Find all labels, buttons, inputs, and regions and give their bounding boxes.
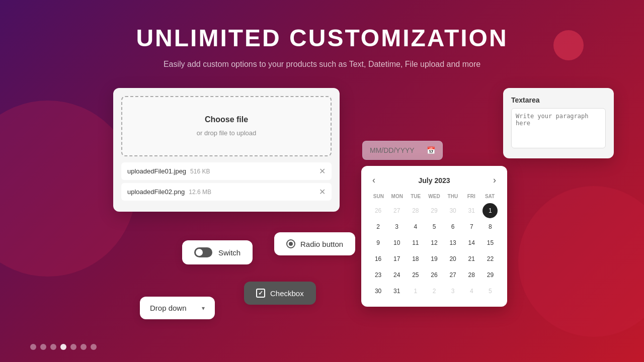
calendar-day-cell[interactable]: 12 [427, 235, 442, 250]
file-size-2: 12.6 MB [189, 189, 211, 196]
calendar-day-cell[interactable]: 28 [464, 267, 479, 283]
switch-thumb [196, 249, 203, 256]
calendar-day-cell[interactable]: 29 [427, 203, 442, 218]
drop-label: or drop file to upload [197, 129, 257, 137]
calendar-day-cell[interactable]: 5 [482, 284, 498, 299]
calendar-day-cell[interactable]: 13 [445, 235, 460, 250]
date-placeholder: MM/DD/YYYY [370, 146, 415, 154]
calendar-header: ‹ July 2023 › [369, 174, 499, 187]
calendar-day-cell[interactable]: 30 [371, 284, 386, 299]
pagination [30, 344, 97, 350]
page-subtitle: Easily add custom options to your produc… [0, 60, 644, 69]
pagination-dot[interactable] [60, 344, 66, 350]
calendar-day-cell[interactable]: 8 [482, 219, 498, 234]
calendar-day-cell[interactable]: 2 [427, 284, 442, 299]
file-drop-zone[interactable]: Choose file or drop file to upload [121, 96, 332, 156]
textarea-label: Textarea [511, 96, 606, 104]
calendar-day-cell[interactable]: 20 [445, 251, 460, 266]
date-input-widget: MM/DD/YYYY 📅 [362, 141, 443, 160]
chevron-down-icon: ▾ [202, 305, 205, 312]
date-input[interactable]: MM/DD/YYYY 📅 [362, 141, 443, 160]
calendar-day-cell[interactable]: 4 [464, 284, 479, 299]
calendar-day-cell[interactable]: 2 [371, 219, 386, 234]
file-remove-1[interactable]: ✕ [319, 166, 326, 176]
calendar-day-cell[interactable]: 31 [464, 203, 479, 218]
pagination-dot[interactable] [40, 344, 46, 350]
radio-button[interactable] [286, 239, 295, 248]
switch-label: Switch [218, 248, 240, 257]
dropdown-label: Drop down [150, 304, 187, 312]
calendar-day-cell[interactable]: 24 [389, 267, 405, 283]
calendar-day-cell[interactable]: 19 [427, 251, 442, 266]
calendar-day-cell[interactable]: 7 [464, 219, 479, 234]
calendar-day-cell[interactable]: 17 [389, 251, 405, 266]
textarea-widget: Textarea [503, 88, 614, 158]
calendar-day-cell[interactable]: 31 [389, 284, 405, 299]
calendar-day-cell[interactable]: 14 [464, 235, 479, 250]
calendar-day-cell[interactable]: 23 [371, 267, 386, 283]
file-upload-widget: Choose file or drop file to upload uploa… [113, 88, 340, 212]
choose-file-button[interactable]: Choose file [205, 115, 248, 124]
calendar-day-cell[interactable]: 22 [482, 251, 498, 266]
calendar-year: 2023 [434, 176, 450, 185]
calendar-day-cell[interactable]: 4 [408, 219, 423, 234]
file-size-1: 516 KB [190, 168, 210, 175]
radio-inner [289, 242, 293, 246]
calendar-day-cell[interactable]: 6 [445, 219, 460, 234]
switch-widget[interactable]: Switch [182, 240, 253, 264]
calendar-day-cell[interactable]: 15 [482, 235, 498, 250]
calendar-day-cell[interactable]: 25 [408, 267, 423, 283]
calendar-month: July [418, 176, 432, 185]
calendar-day-cell[interactable]: 5 [427, 219, 442, 234]
calendar-day-cell[interactable]: 26 [427, 267, 442, 283]
calendar-day-cell[interactable]: 9 [371, 235, 386, 250]
calendar-widget: ‹ July 2023 › SUN MON TUE WED THU FRI SA… [361, 166, 507, 307]
calendar-day-cell[interactable]: 18 [408, 251, 423, 266]
checkbox-widget[interactable]: ✓ Checkbox [244, 282, 316, 305]
file-item-1: uploadedFile01.jpeg 516 KB ✕ [121, 162, 332, 180]
calendar-day-names: SUN MON TUE WED THU FRI SAT [369, 193, 499, 200]
pagination-dot[interactable] [91, 344, 97, 350]
pagination-dot[interactable] [80, 344, 87, 350]
switch-toggle[interactable] [194, 247, 212, 257]
radio-widget[interactable]: Radio button [274, 232, 355, 255]
calendar-day-cell[interactable]: 29 [482, 267, 498, 283]
calendar-day-cell[interactable]: 3 [389, 219, 405, 234]
pagination-dot[interactable] [70, 344, 76, 350]
checkbox-checkmark: ✓ [258, 290, 263, 297]
checkbox-box[interactable]: ✓ [256, 289, 265, 298]
calendar-day-cell[interactable]: 27 [389, 203, 405, 218]
calendar-day-cell[interactable]: 11 [408, 235, 423, 250]
radio-label: Radio button [300, 240, 343, 248]
pagination-dot[interactable] [30, 344, 36, 350]
calendar-day-cell[interactable]: 1 [408, 284, 423, 299]
page-title: UNLIMITED CUSTOMIZATION [0, 24, 644, 52]
file-remove-2[interactable]: ✕ [319, 187, 326, 197]
calendar-day-cell[interactable]: 27 [445, 267, 460, 283]
pagination-dot[interactable] [50, 344, 56, 350]
calendar-next-button[interactable]: › [490, 174, 499, 187]
calendar-icon: 📅 [427, 146, 435, 154]
calendar-day-cell[interactable]: 3 [445, 284, 460, 299]
checkbox-label: Checkbox [270, 289, 304, 298]
file-name-1: uploadedFile01.jpeg [127, 167, 186, 175]
calendar-day-cell[interactable]: 10 [389, 235, 405, 250]
calendar-day-cell[interactable]: 1 [482, 203, 498, 218]
calendar-day-cell[interactable]: 21 [464, 251, 479, 266]
calendar-grid: 2627282930311234567891011121314151617181… [369, 203, 499, 299]
textarea-input[interactable] [511, 108, 606, 148]
calendar-prev-button[interactable]: ‹ [369, 174, 378, 187]
calendar-day-cell[interactable]: 30 [445, 203, 460, 218]
calendar-day-cell[interactable]: 26 [371, 203, 386, 218]
header-section: UNLIMITED CUSTOMIZATION Easily add custo… [0, 0, 644, 69]
file-item-2: uploadedFile02.png 12.6 MB ✕ [121, 183, 332, 201]
file-name-2: uploadedFile02.png [127, 188, 185, 196]
calendar-day-cell[interactable]: 28 [408, 203, 423, 218]
page-content: UNLIMITED CUSTOMIZATION Easily add custo… [0, 0, 644, 362]
dropdown-widget[interactable]: Drop down ▾ [140, 297, 215, 319]
calendar-day-cell[interactable]: 16 [371, 251, 386, 266]
